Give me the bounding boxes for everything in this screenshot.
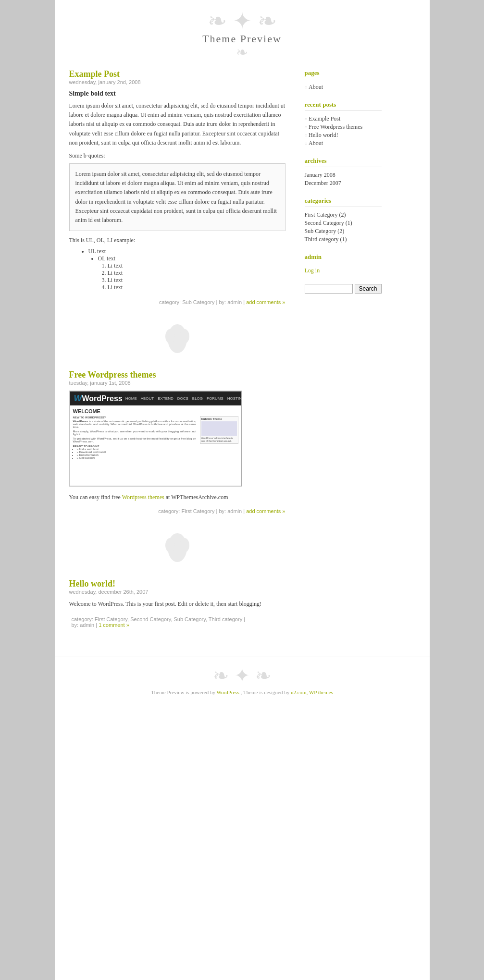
sidebar-link-jan[interactable]: January 2008: [305, 172, 335, 178]
li-item-4: Li text: [108, 284, 285, 291]
post-date-hello: wednesday, december 26th, 2007: [69, 589, 285, 595]
post-subtitle: Simple bold text: [69, 90, 285, 98]
post-by-wordpress: by: admin: [219, 508, 242, 514]
post-body-example: Lorem ipsum dolor sit amet, consectetur …: [69, 101, 285, 147]
footer-ornament: ❧ ✦ ❧: [62, 664, 422, 687]
wp-logo: WWordPress: [74, 393, 123, 404]
login-link[interactable]: Log in: [305, 267, 320, 274]
footer-designer-link[interactable]: u2.com, WP themes: [291, 689, 333, 695]
sidebar-archive-jan[interactable]: January 2008: [305, 171, 382, 179]
li-item-3: Li text: [108, 277, 285, 284]
post-comments-wordpress[interactable]: add comments »: [246, 508, 285, 514]
list-example-label: This is UL, OL, LI example:: [69, 237, 285, 244]
post-blockquote: Lorem ipsum dolor sit amet, consectetur …: [69, 163, 285, 231]
sidebar-pages-heading: pages: [305, 69, 382, 79]
footer-text: Theme Preview is powered by WordPress , …: [62, 689, 422, 695]
sidebar-cat-third[interactable]: Third category (1): [305, 235, 382, 244]
header-ornament-bottom: ❧: [55, 45, 430, 60]
sidebar: pages About recent posts Example Post Fr…: [295, 69, 391, 642]
list-section: UL text OL text Li text Li text Li text …: [84, 248, 285, 291]
sidebar-recent-wp[interactable]: Free Wordpress themes: [305, 123, 382, 131]
sidebar-categories: categories First Category (2) Second Cat…: [305, 197, 382, 244]
post-category-wordpress: category: First Category: [158, 508, 214, 514]
svg-point-4: [165, 538, 175, 552]
post-wordpress: Free Wordpress themes tuesday, january 1…: [69, 370, 285, 514]
sidebar-recent-about[interactable]: About: [305, 139, 382, 147]
sidebar-link-third-cat[interactable]: Third category (1): [305, 236, 347, 243]
sidebar-categories-list: First Category (2) Second Category (1) S…: [305, 211, 382, 244]
sidebar-recent-posts-list: Example Post Free Wordpress themes Hello…: [305, 115, 382, 147]
post-meta-example: category: Sub Category | by: admin | add…: [69, 297, 285, 305]
svg-point-5: [180, 538, 189, 552]
post-image-wordpress: WWordPress HOMEABOUTEXTENDDOCSBLOGFORUMS…: [69, 391, 242, 487]
wp-nav: HOMEABOUTEXTENDDOCSBLOGFORUMSHOSTINGDOWN…: [125, 396, 242, 401]
post-comments-hello[interactable]: 1 comment »: [99, 622, 129, 628]
post-title-example[interactable]: Example Post: [69, 69, 120, 79]
sidebar-recent-posts-heading: recent posts: [305, 101, 382, 111]
post-by-example: by: admin: [219, 299, 242, 305]
sidebar-cat-sub[interactable]: Sub Category (2): [305, 227, 382, 235]
svg-point-2: [180, 329, 189, 343]
sidebar-recent-hello[interactable]: Hello world!: [305, 131, 382, 139]
sidebar-admin: admin Log in: [305, 253, 382, 274]
sidebar-cat-first[interactable]: First Category (2): [305, 211, 382, 219]
sidebar-link-about[interactable]: About: [309, 84, 323, 90]
li-item-1: Li text: [108, 262, 285, 270]
sidebar-link-example[interactable]: Example Post: [309, 115, 340, 122]
blockquote-text: Lorem ipsum dolor sit amet, consectetur …: [75, 171, 277, 223]
sidebar-cat-second[interactable]: Second Category (1): [305, 219, 382, 227]
search-button[interactable]: Search: [355, 284, 382, 294]
wordpress-themes-link[interactable]: Wordpress themes: [122, 494, 164, 501]
post-separator-1: [69, 319, 285, 365]
sidebar-item-about[interactable]: About: [305, 83, 382, 91]
post-example: Example Post wednesday, january 2nd, 200…: [69, 69, 285, 305]
sidebar-link-dec[interactable]: December 2007: [305, 180, 341, 186]
footer-wp-link[interactable]: WordPress: [216, 689, 239, 695]
ul-item: UL text: [88, 248, 285, 255]
sidebar-archive-dec[interactable]: December 2007: [305, 179, 382, 187]
blockquote-label: Some b-quotes:: [69, 152, 285, 159]
footer: ❧ ✦ ❧ Theme Preview is powered by WordPr…: [55, 657, 430, 702]
post-comments-example[interactable]: add comments »: [246, 299, 285, 305]
sidebar-link-about2[interactable]: About: [309, 140, 323, 147]
sidebar-pages: pages About: [305, 69, 382, 91]
post-body-wordpress: You can easy find free Wordpress themes …: [69, 492, 285, 502]
ol-nested-label: OL text: [98, 255, 285, 262]
main-content: Example Post wednesday, january 2nd, 200…: [55, 69, 295, 642]
sidebar-link-sub-cat[interactable]: Sub Category (2): [305, 228, 345, 234]
search-form: Search: [305, 284, 382, 294]
sidebar-pages-list: About: [305, 83, 382, 91]
post-body-prefix: You can easy find free: [69, 494, 121, 501]
li-item-2: Li text: [108, 270, 285, 277]
wp-body: WELCOME NEW TO WORDPRESS? WordPress is a…: [70, 405, 241, 462]
post-body-hello: Welcome to WordPress. This is your first…: [69, 600, 285, 609]
sidebar-link-first-cat[interactable]: First Category (2): [305, 211, 346, 218]
post-body-suffix: at WPThemesArchive.com: [166, 494, 228, 501]
sidebar-recent-example[interactable]: Example Post: [305, 115, 382, 123]
sidebar-link-wp[interactable]: Free Wordpress themes: [309, 123, 362, 130]
sidebar-recent-posts: recent posts Example Post Free Wordpress…: [305, 101, 382, 147]
post-title-hello[interactable]: Hello world!: [69, 579, 116, 588]
search-input[interactable]: [305, 284, 353, 294]
post-categories-hello: category: First Category, Second Categor…: [72, 616, 243, 622]
sidebar-search: Search: [305, 284, 382, 294]
post-by-hello: by: admin: [72, 622, 95, 628]
sidebar-link-hello[interactable]: Hello world!: [309, 132, 338, 138]
post-category-example: category: Sub Category: [159, 299, 215, 305]
post-date-wordpress: tuesday, january 1st, 2008: [69, 380, 285, 386]
sidebar-categories-heading: categories: [305, 197, 382, 207]
sidebar-admin-heading: admin: [305, 253, 382, 263]
post-date-example: wednesday, january 2nd, 2008: [69, 79, 285, 85]
sidebar-archives-list: January 2008 December 2007: [305, 171, 382, 187]
admin-link: Log in: [305, 267, 382, 274]
post-meta-wordpress: category: First Category | by: admin | a…: [69, 506, 285, 514]
post-separator-2: [69, 528, 285, 574]
post-meta-hello: category: First Category, Second Categor…: [69, 614, 285, 628]
header-ornament: ❧ ✦ ❧: [55, 10, 430, 33]
sidebar-archives-heading: archives: [305, 157, 382, 167]
sidebar-link-second-cat[interactable]: Second Category (1): [305, 220, 352, 226]
svg-point-1: [165, 329, 175, 343]
post-title-wordpress[interactable]: Free Wordpress themes: [69, 370, 156, 380]
post-hello: Hello world! wednesday, december 26th, 2…: [69, 579, 285, 627]
sidebar-archives: archives January 2008 December 2007: [305, 157, 382, 187]
